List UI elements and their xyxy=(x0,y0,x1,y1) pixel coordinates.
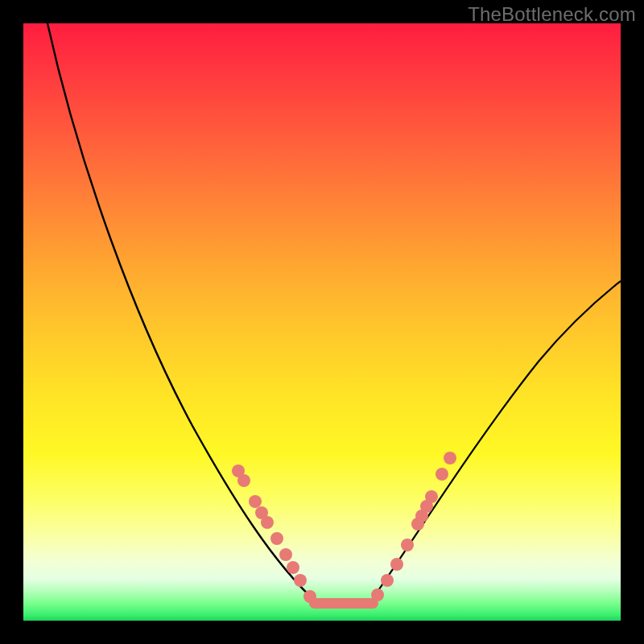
svg-point-9 xyxy=(303,590,316,603)
svg-point-2 xyxy=(249,495,262,508)
bottleneck-chart xyxy=(23,23,621,621)
flat-marker xyxy=(309,598,378,609)
svg-point-8 xyxy=(294,574,307,587)
svg-point-12 xyxy=(390,558,403,571)
svg-point-10 xyxy=(371,588,384,601)
svg-point-4 xyxy=(261,516,274,529)
svg-point-18 xyxy=(436,468,448,481)
svg-point-5 xyxy=(270,532,283,545)
curve-right xyxy=(369,281,621,603)
svg-point-11 xyxy=(381,574,394,587)
dots-right xyxy=(371,452,456,601)
watermark-text: TheBottleneck.com xyxy=(468,3,636,26)
curve-left xyxy=(47,23,317,603)
dots-left xyxy=(232,464,316,603)
svg-point-1 xyxy=(237,474,250,487)
chart-frame xyxy=(23,23,621,621)
svg-point-6 xyxy=(279,548,292,561)
svg-point-13 xyxy=(401,539,414,551)
svg-point-7 xyxy=(287,561,299,574)
svg-point-19 xyxy=(444,452,456,464)
svg-point-17 xyxy=(425,490,438,503)
